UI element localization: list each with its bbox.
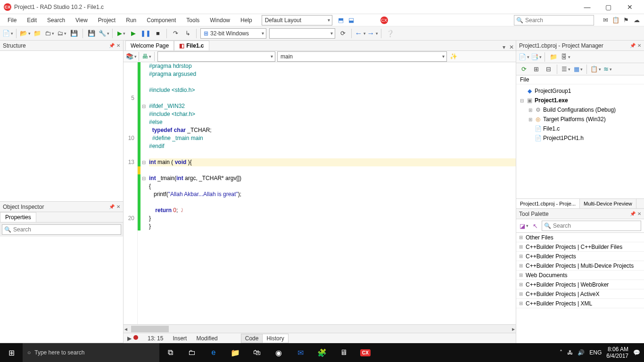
ide-search-input[interactable]	[525, 17, 596, 24]
macro-record-icon[interactable]	[133, 335, 138, 340]
menu-component[interactable]: Component	[142, 15, 181, 25]
pm-list-icon[interactable]: ☰	[561, 65, 570, 74]
pm-add-icon[interactable]: 📄	[519, 52, 528, 62]
tray-chevron-icon[interactable]: ˄	[560, 349, 562, 356]
save-button[interactable]: 💾	[69, 29, 79, 38]
tab-history[interactable]: History	[262, 334, 288, 343]
macro-play-icon[interactable]: ▶	[127, 335, 132, 342]
minimize-button[interactable]: —	[577, 0, 598, 14]
pm-platform-icon[interactable]: ≋	[603, 65, 612, 74]
sync-icon[interactable]: ✨	[449, 52, 458, 61]
pm-expand-icon[interactable]: ⊞	[531, 65, 541, 74]
tree-node[interactable]: 📄Project1PCH1.h	[519, 133, 641, 143]
close-panel-icon[interactable]: ✕	[637, 43, 641, 48]
tab-dropdown-icon[interactable]: ▾	[501, 44, 507, 50]
tray-network-icon[interactable]: 🖧	[567, 349, 573, 356]
layout-combo[interactable]: Default Layout	[262, 15, 332, 25]
device-refresh-icon[interactable]: ⟳	[338, 29, 347, 38]
pm-sort-icon[interactable]: 🗄	[561, 52, 570, 62]
tab-code[interactable]: Code	[241, 334, 263, 343]
close-panel-icon[interactable]: ✕	[637, 211, 641, 216]
property-search-input[interactable]	[13, 226, 84, 233]
horizontal-scrollbar[interactable]: ◂ ▸	[124, 324, 516, 333]
palette-category[interactable]: ⊞C++Builder Projects | WebBroker	[516, 280, 644, 289]
device-combo[interactable]	[269, 28, 335, 39]
recent-button[interactable]: 🗂	[57, 29, 66, 38]
tab-file1[interactable]: ◧File1.c	[174, 41, 209, 50]
run-button[interactable]: ▶	[116, 29, 126, 38]
palette-category[interactable]: ⊞Other Files	[516, 233, 644, 242]
pin-icon[interactable]: 📌	[630, 211, 636, 216]
folder-button[interactable]: 🗀	[45, 29, 54, 38]
maximize-button[interactable]: ▢	[598, 0, 619, 14]
close-button[interactable]: ✕	[619, 0, 640, 14]
step-over-button[interactable]: ↷	[171, 29, 180, 38]
step-into-button[interactable]: ↳	[183, 29, 192, 38]
print-icon[interactable]: 🖶	[142, 52, 151, 61]
open-button[interactable]: 📂	[20, 29, 30, 38]
tab-close-icon[interactable]: ✕	[507, 44, 516, 50]
task-view-icon[interactable]: ⧉	[159, 343, 181, 362]
notifications-icon[interactable]: 💬	[633, 349, 640, 356]
menu-edit[interactable]: Edit	[22, 15, 41, 25]
palette-category[interactable]: ⊞C++Builder Projects | XML	[516, 299, 644, 308]
palette-category[interactable]: ⊞C++Builder Projects | ActiveX	[516, 289, 644, 299]
tray-clock[interactable]: 8:06 AM 6/4/2017	[606, 346, 628, 359]
outlook-icon[interactable]: ✉	[289, 343, 311, 362]
menu-file[interactable]: File	[3, 15, 21, 25]
palette-pointer-icon[interactable]: ↖	[530, 221, 540, 230]
code-editor[interactable]: 5101320 ⊟⊟⊟ #pragma hdrstop#pragma argsu…	[124, 62, 516, 324]
tree-node[interactable]: ◆ProjectGroup1	[519, 86, 641, 96]
community-icon[interactable]: ☁	[632, 16, 641, 25]
pin-icon[interactable]: 📌	[109, 204, 115, 209]
menu-help[interactable]: Help	[236, 15, 257, 25]
close-panel-icon[interactable]: ✕	[116, 43, 120, 48]
pm-view-icon[interactable]: 📁	[549, 52, 558, 62]
menu-search[interactable]: Search	[42, 15, 70, 25]
open-project-button[interactable]: 📁	[33, 29, 42, 38]
menu-view[interactable]: View	[71, 15, 92, 25]
pm-remove-icon[interactable]: 📑	[531, 52, 541, 62]
tray-volume-icon[interactable]: 🔊	[578, 349, 585, 356]
ide-search[interactable]: 🔍	[514, 15, 594, 25]
tree-node[interactable]: ⊟▣Project1.exe	[519, 96, 641, 105]
property-search[interactable]: 🔍	[2, 224, 121, 235]
palette-search-input[interactable]	[553, 222, 624, 229]
app-icon[interactable]: 🧩	[311, 343, 333, 362]
menu-window[interactable]: Window	[205, 15, 235, 25]
help-button[interactable]: ❔	[385, 29, 395, 38]
palette-category-icon[interactable]: ◪	[519, 221, 528, 230]
mail-icon[interactable]: ✉	[601, 16, 610, 25]
nav-fwd-button[interactable]: →	[368, 29, 377, 38]
layout-save-icon[interactable]: ⬒	[336, 16, 346, 25]
refactor-button[interactable]: 🔧	[99, 29, 108, 38]
rad-studio-taskbar-icon[interactable]: CX	[355, 343, 376, 362]
tab-welcome[interactable]: Welcome Page	[125, 41, 174, 50]
calendar-icon[interactable]: 📋	[611, 16, 620, 25]
pm-filter-icon[interactable]: ▦	[573, 65, 583, 74]
chrome-icon[interactable]: ◉	[268, 343, 289, 362]
platform-combo[interactable]: ⊞32-bit Windows	[200, 28, 266, 39]
pin-icon[interactable]: 📌	[109, 43, 115, 48]
function-combo[interactable]: main	[277, 51, 447, 62]
pause-button[interactable]: ❚❚	[141, 29, 150, 38]
palette-category[interactable]: ⊞C++Builder Projects | Multi-Device Proj…	[516, 261, 644, 271]
edge-icon[interactable]: e	[203, 343, 224, 362]
start-button[interactable]: ⊞	[0, 343, 23, 362]
bookmark-icon[interactable]: 📚	[126, 52, 136, 61]
pm-config-icon[interactable]: 📋	[591, 65, 600, 74]
menu-tools[interactable]: Tools	[182, 15, 204, 25]
class-combo[interactable]	[157, 51, 275, 62]
save-all-button[interactable]: 💾	[87, 29, 96, 38]
tree-node[interactable]: ⊞◎Target Platforms (Win32)	[519, 115, 641, 124]
app2-icon[interactable]: 🖥	[333, 343, 355, 362]
new-button[interactable]: 📄	[3, 29, 12, 38]
pm-sync-icon[interactable]: ⟳	[519, 65, 528, 74]
run-no-debug-button[interactable]: ▶	[129, 29, 138, 38]
store-icon[interactable]: 🛍	[246, 343, 268, 362]
pin-icon[interactable]: 📌	[630, 43, 636, 48]
palette-category[interactable]: ⊞Web Documents	[516, 271, 644, 280]
tab-project-cbproj[interactable]: Project1.cbproj - Proje...	[516, 199, 580, 208]
pm-collapse-icon[interactable]: ⊟	[544, 65, 553, 74]
tab-properties[interactable]: Properties	[0, 212, 36, 222]
